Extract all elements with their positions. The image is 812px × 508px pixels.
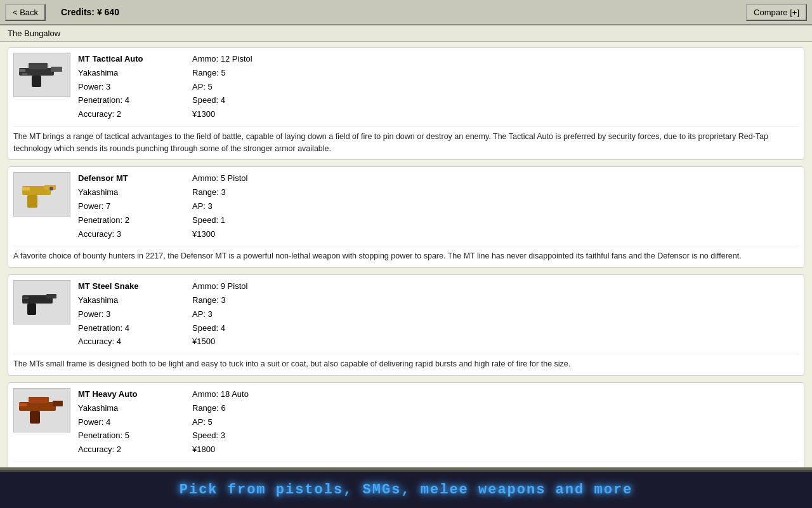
weapon-image: [13, 172, 70, 217]
weapon-name: MT Steel Snake: [78, 280, 192, 293]
weapon-card-tactical-auto[interactable]: MT Tactical Auto Ammo: 12 Pistol Yakashi…: [8, 47, 804, 160]
svg-rect-1: [29, 63, 48, 69]
weapon-ammo: Ammo: 12 Pistol: [192, 53, 306, 66]
weapon-penetration: Penetration: 5: [78, 429, 192, 443]
weapon-description: The full sized SMG provides extreme rate…: [13, 462, 799, 467]
weapon-stats: MT Heavy Auto Ammo: 18 Auto Yakashima Ra…: [78, 388, 799, 457]
back-button[interactable]: < Back: [5, 4, 46, 21]
main-content[interactable]: MT Tactical Auto Ammo: 12 Pistol Yakashi…: [0, 42, 812, 467]
svg-rect-4: [19, 69, 25, 72]
weapon-stats: MT Steel Snake Ammo: 9 Pistol Yakashima …: [78, 280, 799, 349]
weapon-range: Range: 5: [192, 67, 306, 80]
weapon-price: ¥1300: [192, 108, 306, 121]
weapon-range: Range: 6: [192, 402, 306, 415]
weapon-description: The MTs small frame is designed both to …: [13, 354, 799, 370]
svg-rect-18: [30, 411, 40, 424]
weapon-power: Power: 4: [78, 416, 192, 429]
weapon-accuracy: Accuracy: 4: [78, 335, 192, 349]
weapon-ap: AP: 5: [192, 416, 306, 429]
weapon-stats: MT Tactical Auto Ammo: 12 Pistol Yakashi…: [78, 53, 799, 121]
svg-rect-8: [27, 195, 37, 208]
svg-rect-14: [22, 297, 29, 299]
weapon-brand: Yakashima: [78, 186, 192, 199]
weapon-accuracy: Accuracy: 2: [78, 108, 192, 121]
weapon-name: MT Tactical Auto: [78, 53, 192, 66]
weapon-brand: Yakashima: [78, 67, 192, 80]
weapon-header: MT Tactical Auto Ammo: 12 Pistol Yakashi…: [13, 53, 799, 121]
location-name: The Bungalow: [8, 29, 60, 38]
weapon-image: [13, 53, 70, 97]
credits-display: Credits: ¥ 640: [61, 7, 119, 17]
banner-text: Pick from pistols, SMGs, melee weapons a…: [180, 482, 633, 498]
svg-rect-12: [46, 294, 56, 298]
weapon-penetration: Penetration: 4: [78, 322, 192, 335]
weapon-speed: Speed: 4: [192, 322, 306, 335]
weapon-image: [13, 280, 70, 324]
weapon-header: MT Heavy Auto Ammo: 18 Auto Yakashima Ra…: [13, 388, 799, 457]
weapon-power: Power: 7: [78, 200, 192, 213]
location-bar: The Bungalow: [0, 25, 812, 42]
weapon-ap: AP: 5: [192, 81, 306, 94]
weapon-description: A favorite choice of bounty hunters in 2…: [13, 246, 799, 262]
weapon-card-steel-snake[interactable]: MT Steel Snake Ammo: 9 Pistol Yakashima …: [8, 274, 804, 376]
svg-point-10: [49, 187, 53, 190]
svg-rect-5: [22, 73, 27, 75]
weapon-range: Range: 3: [192, 186, 306, 199]
weapon-power: Power: 3: [78, 81, 192, 94]
bottom-banner: Pick from pistols, SMGs, melee weapons a…: [0, 470, 812, 508]
weapon-ammo: Ammo: 9 Pistol: [192, 280, 306, 293]
weapon-speed: Speed: 3: [192, 429, 306, 443]
weapon-card-defensor-mt[interactable]: Defensor MT Ammo: 5 Pistol Yakashima Ran…: [8, 166, 804, 268]
weapon-speed: Speed: 4: [192, 94, 306, 107]
top-bar: < Back Credits: ¥ 640 Compare [+]: [0, 0, 812, 25]
weapon-brand: Yakashima: [78, 294, 192, 307]
weapon-card-heavy-auto[interactable]: MT Heavy Auto Ammo: 18 Auto Yakashima Ra…: [8, 382, 804, 467]
weapon-description: The MT brings a range of tactical advant…: [13, 126, 799, 155]
weapon-name: Defensor MT: [78, 172, 192, 185]
svg-rect-19: [19, 403, 27, 406]
weapon-name: MT Heavy Auto: [78, 388, 192, 401]
weapon-image: [13, 388, 70, 432]
weapon-header: MT Steel Snake Ammo: 9 Pistol Yakashima …: [13, 280, 799, 349]
weapon-accuracy: Accuracy: 3: [78, 228, 192, 241]
svg-rect-2: [51, 67, 62, 72]
weapon-stats: Defensor MT Ammo: 5 Pistol Yakashima Ran…: [78, 172, 799, 241]
compare-button[interactable]: Compare [+]: [746, 4, 807, 21]
weapon-ammo: Ammo: 18 Auto: [192, 388, 306, 401]
weapon-range: Range: 3: [192, 294, 306, 307]
weapon-speed: Speed: 1: [192, 214, 306, 227]
weapon-ammo: Ammo: 5 Pistol: [192, 172, 306, 185]
weapon-brand: Yakashima: [78, 402, 192, 415]
weapon-ap: AP: 3: [192, 200, 306, 213]
svg-rect-13: [27, 304, 36, 315]
weapon-penetration: Penetration: 2: [78, 214, 192, 227]
svg-rect-9: [22, 187, 30, 190]
weapon-accuracy: Accuracy: 2: [78, 443, 192, 457]
weapon-penetration: Penetration: 4: [78, 94, 192, 107]
weapon-ap: AP: 3: [192, 308, 306, 321]
svg-rect-3: [32, 76, 41, 87]
weapon-price: ¥1300: [192, 228, 306, 241]
weapon-header: Defensor MT Ammo: 5 Pistol Yakashima Ran…: [13, 172, 799, 241]
svg-rect-17: [53, 401, 63, 406]
weapon-power: Power: 3: [78, 308, 192, 321]
weapon-price: ¥1800: [192, 443, 306, 457]
weapon-price: ¥1500: [192, 335, 306, 349]
svg-rect-16: [29, 397, 49, 403]
